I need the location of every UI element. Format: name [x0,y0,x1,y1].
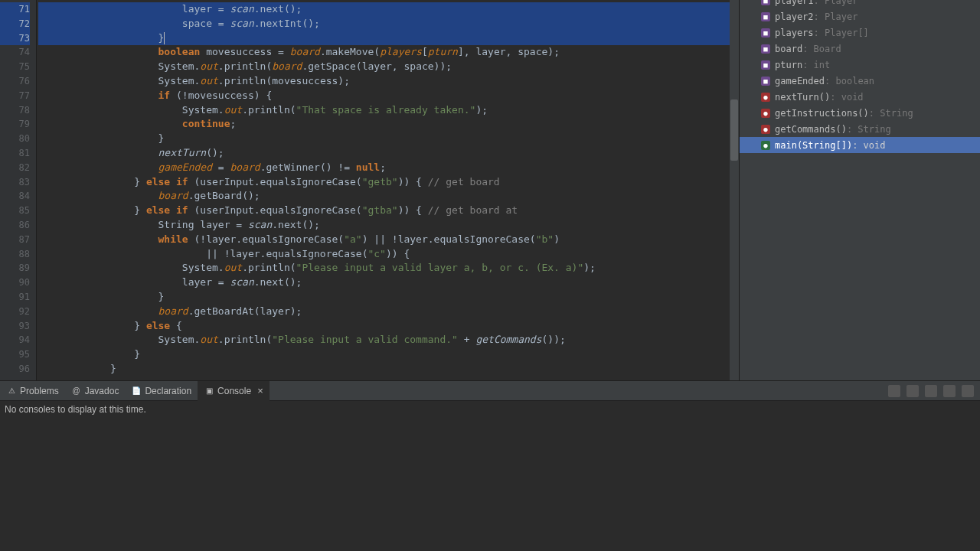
modifier-icon [753,62,760,68]
outline-type: : Player [814,0,858,6]
code-line[interactable]: continue; [38,117,739,132]
outline-type: : boolean [825,76,874,86]
line-number: 88 [0,247,30,262]
outline-type: : String [847,124,891,135]
modifier-icon [753,110,760,116]
line-number: 87 [0,233,30,247]
outline-type: : Player[] [814,28,869,38]
code-line[interactable]: || !layer.equalsIgnoreCase("c")) { [38,247,739,262]
outline-label: players [775,28,814,38]
code-line[interactable]: } [38,362,739,377]
outline-type: : void [852,140,885,151]
outline-item[interactable]: ■player1 : Player [740,0,980,8]
modifier-icon [753,0,760,4]
code-line[interactable]: gameEnded = board.getWinner() != null; [38,161,739,175]
code-line[interactable]: } else if (userInput.equalsIgnoreCase("g… [38,204,739,218]
outline-label: pturn [775,60,802,70]
outline-label: gameEnded [775,76,825,86]
tab-toolbar [888,385,980,397]
code-line[interactable]: board.getBoardAt(layer); [38,305,739,319]
top-area: 7172737475767778798081828384858687888990… [0,0,980,380]
modifier-icon [753,78,760,84]
tab-icon: @ [71,386,82,396]
display-selected-console-icon[interactable] [906,385,919,397]
code-line[interactable]: layer = scan.next(); [38,276,739,290]
tab-label: Console [217,386,251,396]
outline-type: : Board [802,44,841,54]
tab-bar: ⚠Problems@Javadoc📄Declaration▣Console× [0,381,980,401]
tab-console[interactable]: ▣Console× [198,381,270,401]
outline-label: getCommands() [775,124,847,135]
tab-problems[interactable]: ⚠Problems [0,381,65,401]
tab-declaration[interactable]: 📄Declaration [125,381,198,401]
tab-javadoc[interactable]: @Javadoc [65,381,126,401]
field-icon: ■ [761,28,770,37]
code-line[interactable]: System.out.println("Please input a valid… [38,261,739,276]
line-gutter: 7172737475767778798081828384858687888990… [0,0,37,380]
pin-console-icon[interactable] [888,385,900,397]
maximize-icon[interactable] [962,385,974,397]
outline-type: : String [869,108,913,119]
line-number: 86 [0,218,30,233]
field-icon: ■ [761,0,770,5]
line-number: 71 [0,2,30,17]
code-line[interactable]: board.getBoard(); [38,189,739,204]
code-line[interactable]: System.out.println("That space is alread… [38,103,739,118]
editor-pane: 7172737475767778798081828384858687888990… [0,0,739,380]
close-icon[interactable]: × [257,385,263,396]
minimize-icon[interactable] [943,385,956,397]
code-line[interactable]: boolean movesuccess = board.makeMove(pla… [38,45,739,60]
method-priv-icon: ● [761,93,770,102]
outline-item[interactable]: ■gameEnded : boolean [740,73,980,89]
code-line[interactable]: System.out.println("Please input a valid… [38,333,739,347]
console-message: No consoles to display at this time. [5,404,146,415]
outline-item[interactable]: ●main(String[]) : void [740,137,980,153]
outline-item[interactable]: ●nextTurn() : void [740,89,980,105]
outline-item[interactable]: ●getInstructions() : String [740,105,980,121]
line-number: 89 [0,261,30,276]
code-line[interactable]: } [38,132,739,146]
modifier-icon [753,126,760,132]
line-number: 95 [0,347,30,362]
outline-item[interactable]: ■players : Player[] [740,24,980,41]
scroll-thumb[interactable] [730,99,738,161]
tab-label: Problems [20,386,59,396]
vertical-scrollbar[interactable] [730,0,739,380]
line-number: 80 [0,132,30,146]
outline-type: : int [802,60,830,70]
line-number: 75 [0,60,30,74]
outline-item[interactable]: ■board : Board [740,41,980,57]
line-number: 77 [0,89,30,103]
field-icon: ■ [761,12,770,21]
bottom-panel: ⚠Problems@Javadoc📄Declaration▣Console× N… [0,380,980,551]
outline-item[interactable]: ●getCommands() : String [740,121,980,137]
outline-item[interactable]: ■player2 : Player [740,8,980,24]
field-icon: ■ [761,44,770,54]
code-line[interactable]: } else { [38,319,739,334]
code-line[interactable]: } [38,31,739,46]
outline-label: player1 [775,0,814,6]
code-line[interactable]: space = scan.nextInt(); [38,17,739,31]
outline-item[interactable]: ■pturn : int [740,57,980,73]
code-line[interactable]: System.out.println(movesuccess); [38,74,739,89]
outline-type: : void [830,92,863,103]
outline-label: nextTurn() [775,92,830,103]
code-line[interactable]: } [38,290,739,305]
code-line[interactable]: layer = scan.next(); [38,2,739,17]
code-line[interactable]: System.out.println(board.getSpace(layer,… [38,60,739,74]
line-number: 94 [0,333,30,347]
outline-label: player2 [775,11,814,22]
line-number: 90 [0,276,30,290]
outline-label: main(String[]) [775,140,852,151]
code-line[interactable]: if (!movesuccess) { [38,89,739,103]
code-line[interactable]: } else if (userInput.equalsIgnoreCase("g… [38,175,739,190]
outline-label: board [775,44,802,54]
code-line[interactable]: } [38,347,739,362]
modifier-icon [753,142,760,148]
code-line[interactable]: nextTurn(); [38,146,739,161]
method-priv-icon: ● [761,125,770,134]
open-console-icon[interactable] [925,385,937,397]
code-area[interactable]: layer = scan.next(); space = scan.nextIn… [37,0,739,380]
code-line[interactable]: String layer = scan.next(); [38,218,739,233]
code-line[interactable]: while (!layer.equalsIgnoreCase("a") || !… [38,233,739,247]
